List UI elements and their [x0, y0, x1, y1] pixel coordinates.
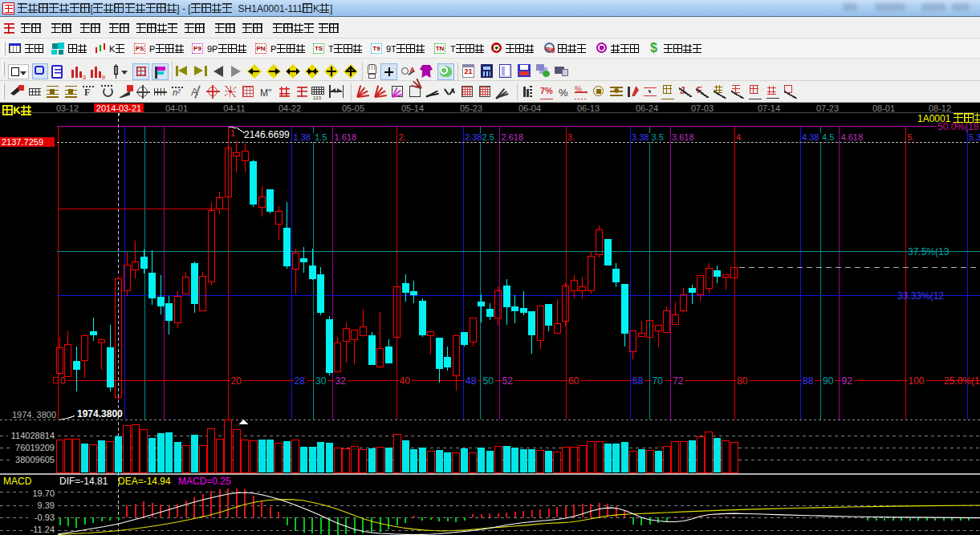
svg-text:100: 100 [909, 375, 925, 387]
svg-text:32: 32 [335, 375, 347, 387]
svg-text:90: 90 [823, 375, 834, 387]
svg-text:5.3: 5.3 [969, 132, 980, 142]
svg-text:1.618: 1.618 [335, 132, 357, 142]
svg-text:06-13: 06-13 [577, 103, 600, 113]
svg-text:1.5: 1.5 [315, 132, 327, 142]
svg-text:9.39: 9.39 [38, 501, 55, 510]
svg-text:19.70: 19.70 [32, 488, 55, 498]
svg-text:3.5: 3.5 [652, 132, 664, 142]
svg-text:2.5: 2.5 [482, 132, 494, 142]
svg-text:2.38: 2.38 [465, 132, 482, 142]
svg-text:03-12: 03-12 [56, 103, 79, 113]
svg-text:04-11: 04-11 [223, 103, 245, 113]
svg-text:MACD: MACD [3, 476, 32, 487]
svg-text:07-14: 07-14 [758, 103, 780, 113]
svg-text:06-04: 06-04 [518, 103, 541, 113]
svg-text:1974.3800: 1974.3800 [77, 408, 123, 419]
svg-text:33.33%(12: 33.33%(12 [897, 290, 944, 302]
svg-text:04-01: 04-01 [165, 103, 188, 113]
svg-text:-0.93: -0.93 [35, 513, 55, 522]
svg-text:05-14: 05-14 [401, 103, 424, 113]
svg-text:DIF=-14.81: DIF=-14.81 [59, 476, 108, 487]
svg-text:-11.24: -11.24 [30, 525, 55, 534]
svg-text:4.618: 4.618 [841, 132, 864, 142]
svg-text:1974. 3800: 1974. 3800 [12, 410, 56, 419]
svg-text:48: 48 [466, 375, 477, 387]
svg-text:38009605: 38009605 [15, 455, 55, 464]
svg-text:2014-03-21: 2014-03-21 [96, 103, 141, 113]
svg-text:06-24: 06-24 [636, 103, 658, 113]
svg-text:05-23: 05-23 [460, 103, 482, 113]
svg-text:4.5: 4.5 [822, 132, 834, 142]
svg-text:20: 20 [231, 375, 242, 387]
svg-text:28: 28 [295, 375, 306, 387]
svg-text:72: 72 [673, 375, 684, 387]
svg-text:2137.7259: 2137.7259 [2, 137, 43, 147]
svg-text:3.: 3. [567, 132, 575, 142]
svg-text:114028814: 114028814 [11, 431, 55, 440]
svg-text:4.38: 4.38 [802, 132, 819, 142]
svg-text:70: 70 [653, 375, 664, 387]
svg-text:05-05: 05-05 [342, 103, 364, 113]
svg-text:07-03: 07-03 [691, 103, 714, 113]
svg-text:80: 80 [737, 375, 748, 387]
svg-text:2.: 2. [399, 132, 406, 142]
svg-text:1.38: 1.38 [294, 132, 311, 142]
svg-text:04-22: 04-22 [279, 103, 301, 113]
svg-text:5.: 5. [908, 132, 915, 142]
svg-text:25.0%(106: 25.0%(106 [944, 375, 980, 387]
svg-text:92: 92 [842, 375, 853, 387]
svg-text:37.5%(13: 37.5%(13 [908, 246, 950, 257]
svg-text:2.618: 2.618 [502, 132, 524, 142]
svg-text:DEA=-14.94: DEA=-14.94 [118, 476, 171, 487]
svg-text:4.: 4. [736, 132, 743, 142]
svg-text:MACD=0.25: MACD=0.25 [178, 476, 231, 487]
svg-text:3.618: 3.618 [672, 132, 694, 142]
svg-text:08-12: 08-12 [929, 103, 951, 113]
svg-text:0: 0 [60, 375, 66, 387]
svg-text:2146.6699: 2146.6699 [244, 129, 290, 140]
svg-text:68: 68 [632, 375, 644, 387]
svg-text:30: 30 [315, 375, 327, 387]
svg-text:52: 52 [502, 375, 514, 387]
svg-text:40: 40 [400, 375, 411, 387]
svg-text:07-23: 07-23 [816, 103, 839, 113]
svg-text:88: 88 [803, 375, 814, 387]
svg-text:76019209: 76019209 [15, 443, 55, 452]
svg-text:50: 50 [483, 375, 494, 387]
svg-text:60: 60 [568, 375, 579, 387]
svg-text:08-01: 08-01 [872, 103, 895, 113]
svg-text:3.38: 3.38 [632, 132, 649, 142]
svg-text:1: 1 [230, 128, 235, 138]
